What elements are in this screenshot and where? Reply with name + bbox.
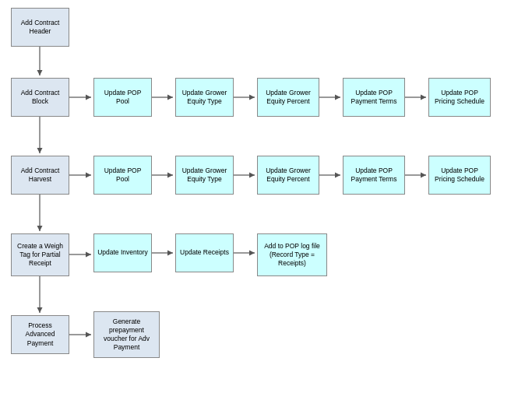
generate-prepayment-box: Generate prepayment voucher for Adv Paym… xyxy=(93,311,160,358)
process-advanced-payment-box: Process Advanced Payment xyxy=(11,315,69,354)
update-pop-pricing-2-label: Update POP Pricing Schedule xyxy=(432,167,487,184)
update-pop-pricing-2-box: Update POP Pricing Schedule xyxy=(428,156,491,195)
update-receipts-label: Update Receipts xyxy=(180,248,229,257)
add-contract-block-label: Add Contract Block xyxy=(15,89,65,106)
create-weigh-tag-box: Create a Weigh Tag for Partial Receipt xyxy=(11,233,69,276)
update-pop-payment-terms-1-label: Update POP Payment Terms xyxy=(347,89,401,106)
update-grower-equity-type-2-label: Update Grower Equity Type xyxy=(179,167,230,184)
update-pop-pricing-1-box: Update POP Pricing Schedule xyxy=(428,78,491,117)
update-grower-equity-type-1-label: Update Grower Equity Type xyxy=(179,89,230,106)
update-pop-payment-terms-1-box: Update POP Payment Terms xyxy=(343,78,405,117)
add-contract-harvest-label: Add Contract Harvest xyxy=(15,167,65,184)
update-receipts-box: Update Receipts xyxy=(175,233,234,272)
add-contract-header-label: Add Contract Header xyxy=(15,19,65,36)
add-to-pop-log-box: Add to POP log file (Record Type = Recei… xyxy=(257,233,327,276)
update-pop-payment-terms-2-box: Update POP Payment Terms xyxy=(343,156,405,195)
create-weigh-tag-label: Create a Weigh Tag for Partial Receipt xyxy=(15,242,65,268)
update-grower-equity-percent-1-label: Update Grower Equity Percent xyxy=(261,89,315,106)
update-grower-equity-type-2-box: Update Grower Equity Type xyxy=(175,156,234,195)
update-inventory-box: Update Inventory xyxy=(93,233,152,272)
add-to-pop-log-label: Add to POP log file (Record Type = Recei… xyxy=(261,242,323,268)
add-contract-harvest-box: Add Contract Harvest xyxy=(11,156,69,195)
add-contract-header-box: Add Contract Header xyxy=(11,8,69,47)
update-pop-payment-terms-2-label: Update POP Payment Terms xyxy=(347,167,401,184)
update-grower-equity-percent-2-label: Update Grower Equity Percent xyxy=(261,167,315,184)
add-contract-block-box: Add Contract Block xyxy=(11,78,69,117)
generate-prepayment-label: Generate prepayment voucher for Adv Paym… xyxy=(97,318,156,352)
flowchart-diagram: Add Contract Header Add Contract Block U… xyxy=(0,0,532,400)
process-advanced-payment-label: Process Advanced Payment xyxy=(15,321,65,347)
update-pop-pricing-1-label: Update POP Pricing Schedule xyxy=(432,89,487,106)
update-inventory-label: Update Inventory xyxy=(97,248,148,257)
update-grower-equity-percent-2-box: Update Grower Equity Percent xyxy=(257,156,319,195)
update-grower-equity-percent-1-box: Update Grower Equity Percent xyxy=(257,78,319,117)
update-pop-pool-2-box: Update POP Pool xyxy=(93,156,152,195)
update-pop-pool-1-label: Update POP Pool xyxy=(97,89,148,106)
update-pop-pool-2-label: Update POP Pool xyxy=(97,167,148,184)
update-grower-equity-type-1-box: Update Grower Equity Type xyxy=(175,78,234,117)
update-pop-pool-1-box: Update POP Pool xyxy=(93,78,152,117)
